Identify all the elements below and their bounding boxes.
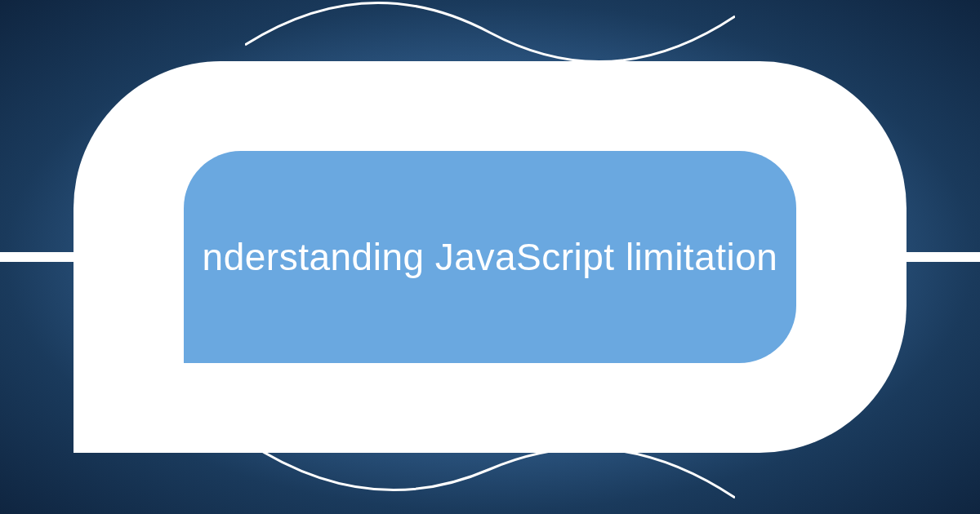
inner-blue-shape: nderstanding JavaScript limitation [184,151,796,363]
card-title: nderstanding JavaScript limitation [203,235,778,279]
